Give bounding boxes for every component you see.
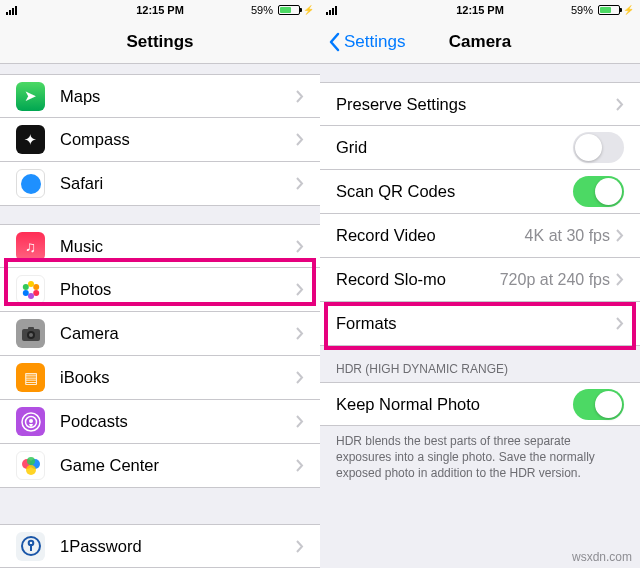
chevron-right-icon bbox=[616, 273, 624, 286]
charging-icon: ⚡ bbox=[303, 5, 314, 15]
charging-icon: ⚡ bbox=[623, 5, 634, 15]
chevron-right-icon bbox=[296, 240, 304, 253]
row-preserve-settings[interactable]: Preserve Settings bbox=[320, 82, 640, 126]
safari-icon bbox=[16, 169, 45, 198]
status-bar: 12:15 PM 59% ⚡ bbox=[0, 0, 320, 20]
row-music[interactable]: ♫ Music bbox=[0, 224, 320, 268]
status-bar: 12:15 PM 59% ⚡ bbox=[320, 0, 640, 20]
back-button[interactable]: Settings bbox=[328, 32, 405, 52]
settings-list[interactable]: ➤ Maps ✦ Compass Safari ♫ Music Photos bbox=[0, 64, 320, 568]
row-grid: Grid bbox=[320, 126, 640, 170]
status-time: 12:15 PM bbox=[456, 4, 504, 16]
row-photos[interactable]: Photos bbox=[0, 268, 320, 312]
watermark: wsxdn.com bbox=[572, 550, 632, 564]
row-record-slomo[interactable]: Record Slo-mo 720p at 240 fps bbox=[320, 258, 640, 302]
chevron-right-icon bbox=[296, 177, 304, 190]
page-title: Settings bbox=[126, 32, 193, 52]
1password-icon bbox=[16, 532, 45, 561]
svg-point-3 bbox=[33, 290, 39, 296]
svg-point-6 bbox=[22, 284, 28, 290]
camera-icon bbox=[16, 319, 45, 348]
chevron-right-icon bbox=[296, 90, 304, 103]
camera-settings-list[interactable]: Preserve Settings Grid Scan QR Codes Rec… bbox=[320, 64, 640, 568]
chevron-right-icon bbox=[296, 133, 304, 146]
row-label: Podcasts bbox=[60, 412, 296, 431]
nav-bar: Settings bbox=[0, 20, 320, 64]
battery-icon bbox=[278, 5, 300, 15]
hdr-section-header: HDR (HIGH DYNAMIC RANGE) bbox=[320, 346, 640, 382]
chevron-right-icon bbox=[296, 371, 304, 384]
svg-point-13 bbox=[29, 419, 33, 423]
row-label: Music bbox=[60, 237, 296, 256]
grid-switch[interactable] bbox=[573, 132, 624, 163]
chevron-right-icon bbox=[296, 327, 304, 340]
music-icon: ♫ bbox=[16, 232, 45, 261]
scan-qr-switch[interactable] bbox=[573, 176, 624, 207]
row-safari[interactable]: Safari bbox=[0, 162, 320, 206]
row-label: Record Slo-mo bbox=[336, 270, 500, 289]
row-label: Record Video bbox=[336, 226, 525, 245]
maps-icon: ➤ bbox=[16, 82, 45, 111]
keep-normal-photo-switch[interactable] bbox=[573, 389, 624, 420]
svg-point-4 bbox=[28, 293, 34, 299]
svg-point-17 bbox=[27, 457, 35, 465]
row-label: Game Center bbox=[60, 456, 296, 475]
row-podcasts[interactable]: Podcasts bbox=[0, 400, 320, 444]
svg-rect-20 bbox=[30, 544, 32, 551]
chevron-right-icon bbox=[296, 459, 304, 472]
row-detail: 720p at 240 fps bbox=[500, 271, 610, 289]
row-maps[interactable]: ➤ Maps bbox=[0, 74, 320, 118]
row-camera[interactable]: Camera bbox=[0, 312, 320, 356]
row-keep-normal-photo: Keep Normal Photo bbox=[320, 382, 640, 426]
row-label: Formats bbox=[336, 314, 616, 333]
compass-icon: ✦ bbox=[16, 125, 45, 154]
nav-bar: Settings Camera bbox=[320, 20, 640, 64]
camera-settings-screen: 12:15 PM 59% ⚡ Settings Camera Preserve … bbox=[320, 0, 640, 568]
row-label: 1Password bbox=[60, 537, 296, 556]
row-label: Camera bbox=[60, 324, 296, 343]
gamecenter-icon bbox=[16, 451, 45, 480]
ibooks-icon: ▤ bbox=[16, 363, 45, 392]
svg-point-10 bbox=[29, 333, 33, 337]
row-ibooks[interactable]: ▤ iBooks bbox=[0, 356, 320, 400]
back-label: Settings bbox=[344, 32, 405, 52]
chevron-right-icon bbox=[616, 317, 624, 330]
row-label: Photos bbox=[60, 280, 296, 299]
svg-point-2 bbox=[33, 284, 39, 290]
chevron-right-icon bbox=[616, 98, 624, 111]
svg-point-1 bbox=[28, 281, 34, 287]
battery-icon bbox=[598, 5, 620, 15]
svg-point-16 bbox=[26, 465, 36, 475]
row-label: Compass bbox=[60, 130, 296, 149]
row-label: Scan QR Codes bbox=[336, 182, 573, 201]
chevron-right-icon bbox=[616, 229, 624, 242]
row-label: Maps bbox=[60, 87, 296, 106]
chevron-right-icon bbox=[296, 283, 304, 296]
row-scan-qr: Scan QR Codes bbox=[320, 170, 640, 214]
row-record-video[interactable]: Record Video 4K at 30 fps bbox=[320, 214, 640, 258]
status-time: 12:15 PM bbox=[136, 4, 184, 16]
photos-icon bbox=[16, 275, 45, 304]
hdr-section-footer: HDR blends the best parts of three separ… bbox=[320, 426, 640, 492]
signal-icon bbox=[6, 5, 17, 15]
svg-point-5 bbox=[22, 290, 28, 296]
row-label: Preserve Settings bbox=[336, 95, 616, 114]
row-label: Keep Normal Photo bbox=[336, 395, 573, 414]
row-gamecenter[interactable]: Game Center bbox=[0, 444, 320, 488]
settings-screen: 12:15 PM 59% ⚡ Settings ➤ Maps ✦ Compass… bbox=[0, 0, 320, 568]
row-1password[interactable]: 1Password bbox=[0, 524, 320, 568]
row-label: Grid bbox=[336, 138, 573, 157]
battery-pct: 59% bbox=[571, 4, 593, 16]
row-label: iBooks bbox=[60, 368, 296, 387]
svg-rect-8 bbox=[28, 327, 34, 330]
chevron-right-icon bbox=[296, 415, 304, 428]
row-compass[interactable]: ✦ Compass bbox=[0, 118, 320, 162]
svg-point-0 bbox=[21, 174, 41, 194]
signal-icon bbox=[326, 5, 337, 15]
chevron-left-icon bbox=[328, 32, 340, 52]
row-formats[interactable]: Formats bbox=[320, 302, 640, 346]
row-label: Safari bbox=[60, 174, 296, 193]
battery-pct: 59% bbox=[251, 4, 273, 16]
row-detail: 4K at 30 fps bbox=[525, 227, 610, 245]
podcasts-icon bbox=[16, 407, 45, 436]
